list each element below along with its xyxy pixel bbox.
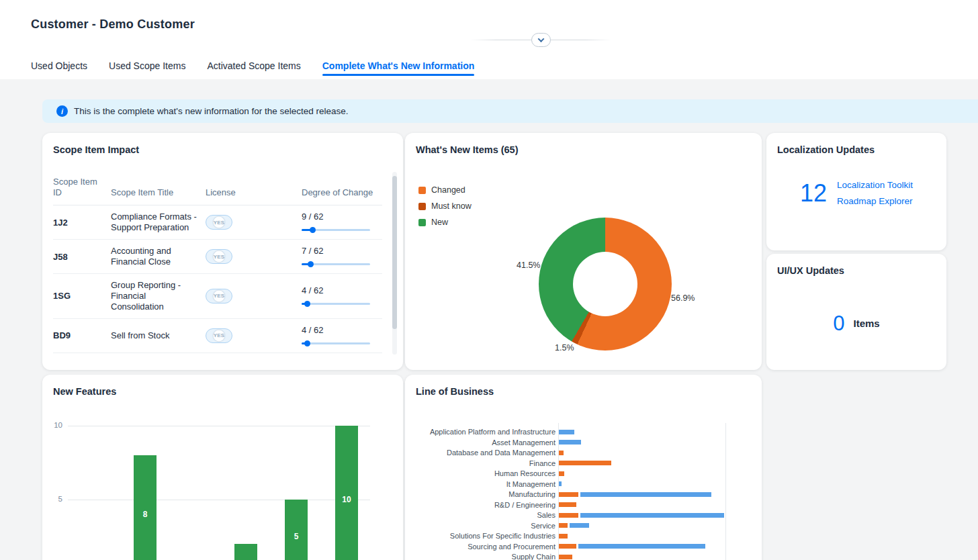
toggle-label: YES: [214, 254, 225, 260]
donut-label-must-know: 1.5%: [555, 343, 574, 353]
legend-label-changed: Changed: [431, 185, 465, 195]
scope-item-title-cell: Group Reporting - Financial Consolidatio…: [111, 280, 206, 312]
lob-bar-blue: [578, 544, 705, 549]
line-of-business-chart: Application Platform and InfrastructureA…: [405, 375, 762, 560]
slider-track: [302, 342, 370, 344]
uiux-body: 0 Items: [766, 313, 946, 334]
tab-activated-scope-items[interactable]: Activated Scope Items: [207, 60, 300, 81]
lob-bar-blue: [559, 440, 581, 445]
feature-bar: [285, 500, 308, 560]
localization-toolkit-link[interactable]: Localization Toolkit: [837, 180, 913, 190]
feature-bar: [234, 544, 257, 560]
license-toggle[interactable]: YES: [206, 289, 232, 304]
feature-bar: [335, 426, 358, 560]
lob-category-label: Asset Management: [405, 438, 555, 447]
lob-category-label: It Management: [405, 480, 555, 488]
roadmap-explorer-link[interactable]: Roadmap Explorer: [837, 196, 913, 206]
scope-item-title-cell: Compliance Formats - Support Preparation: [111, 212, 206, 233]
legend-swatch-must-know: [418, 203, 426, 210]
lob-category-label: Sales: [405, 511, 555, 519]
table-row: 1J2Compliance Formats - Support Preparat…: [53, 205, 382, 240]
scope-item-id-cell: 1SG: [53, 291, 111, 301]
lob-bar-blue: [580, 513, 725, 518]
column-header-license: License: [206, 187, 302, 198]
page-title: Customer - Demo Customer: [31, 17, 195, 32]
scope-item-table: Scope Item ID Scope Item Title License D…: [53, 173, 382, 353]
legend-item-new: New: [418, 218, 472, 227]
donut-label-new: 41.5%: [517, 261, 540, 270]
feature-bar-value: 5: [285, 532, 308, 541]
scope-item-impact-card: Scope Item Impact Scope Item ID Scope It…: [42, 133, 403, 370]
degree-of-change-cell: 4 / 62: [302, 325, 392, 346]
gridline-5: [68, 500, 370, 500]
uiux-updates-card: UI/UX Updates 0 Items: [766, 254, 946, 370]
scope-item-title-cell: Sell from Stock: [111, 330, 206, 341]
lob-category-label: Application Platform and Infrastructure: [405, 428, 555, 436]
localization-updates-card: Localization Updates 12 Localization Too…: [766, 133, 946, 250]
legend-label-must-know: Must know: [431, 201, 472, 211]
license-toggle[interactable]: YES: [206, 328, 232, 343]
degree-value: 9 / 62: [302, 212, 392, 222]
line-of-business-card: Line of Business Application Platform an…: [405, 375, 762, 560]
card-title-localization-updates: Localization Updates: [777, 144, 875, 155]
license-cell: YES: [206, 328, 302, 343]
legend-swatch-new: [418, 219, 426, 226]
info-banner: i This is the complete what's new inform…: [42, 99, 978, 123]
lob-category-label: Solutions For Specific Industries: [405, 532, 555, 540]
donut-legend: ChangedMust knowNew: [418, 185, 472, 227]
feature-bar-value: 10: [335, 495, 358, 504]
localization-body: 12 Localization Toolkit Roadmap Explorer: [766, 180, 946, 206]
slider-knob: [310, 227, 316, 233]
lob-category-label: Manufacturing: [405, 490, 555, 498]
lob-category-label: Database and Data Management: [405, 449, 555, 457]
lob-category-label: Sourcing and Procurement: [405, 543, 555, 551]
license-toggle[interactable]: YES: [206, 249, 232, 264]
collapse-header-button[interactable]: [531, 33, 551, 47]
feature-bar-value: 8: [134, 510, 157, 519]
lob-bar-blue: [559, 430, 574, 434]
y-axis-tick-5: 5: [48, 495, 62, 503]
tab-bar: Used ObjectsUsed Scope ItemsActivated Sc…: [31, 60, 474, 81]
column-header-degree-of-change: Degree of Change: [302, 187, 392, 198]
lob-category-label: Human Resources: [405, 469, 555, 477]
card-title-scope-item-impact: Scope Item Impact: [53, 144, 139, 155]
legend-label-new: New: [431, 218, 448, 227]
license-toggle[interactable]: YES: [206, 215, 232, 230]
tab-used-objects[interactable]: Used Objects: [31, 60, 87, 81]
page: Customer - Demo Customer Used ObjectsUse…: [0, 0, 978, 560]
content-area: i This is the complete what's new inform…: [0, 79, 978, 560]
column-header-scope-item-id: Scope Item ID: [53, 177, 111, 199]
scrollbar-thumb[interactable]: [392, 176, 397, 329]
header: Customer - Demo Customer Used ObjectsUse…: [0, 0, 978, 79]
uiux-items-label: Items: [854, 318, 880, 329]
license-cell: YES: [206, 249, 302, 264]
lob-bar-blue: [559, 481, 562, 486]
donut-chart: [539, 218, 672, 351]
lob-bar-orange: [559, 513, 578, 518]
slider-knob: [304, 340, 310, 346]
lob-category-label: Supply Chain: [405, 553, 555, 560]
lob-category-label: Service: [405, 522, 555, 530]
toggle-label: YES: [214, 293, 225, 299]
degree-slider: [302, 261, 370, 267]
lob-bar-orange: [559, 461, 611, 465]
gridline-10: [68, 426, 370, 426]
degree-value: 7 / 62: [302, 246, 392, 256]
table-header-row: Scope Item ID Scope Item Title License D…: [53, 173, 382, 205]
table-body: 1J2Compliance Formats - Support Preparat…: [53, 205, 382, 353]
info-icon: i: [56, 105, 68, 117]
lob-bar-orange: [559, 555, 572, 559]
new-features-chart: 10 5 8510: [42, 375, 403, 560]
lob-bar-orange: [559, 492, 578, 497]
feature-bar: [134, 455, 157, 560]
legend-item-must-know: Must know: [418, 201, 472, 211]
license-cell: YES: [206, 215, 302, 230]
toggle-label: YES: [214, 220, 225, 226]
degree-of-change-cell: 9 / 62: [302, 212, 392, 233]
localization-count: 12: [800, 181, 827, 205]
tab-used-scope-items[interactable]: Used Scope Items: [109, 60, 185, 81]
scope-item-id-cell: BD9: [53, 330, 111, 340]
lob-gridline: [725, 423, 726, 560]
tab-complete-what-s-new-information[interactable]: Complete What's New Information: [322, 60, 475, 81]
degree-slider: [302, 340, 370, 346]
